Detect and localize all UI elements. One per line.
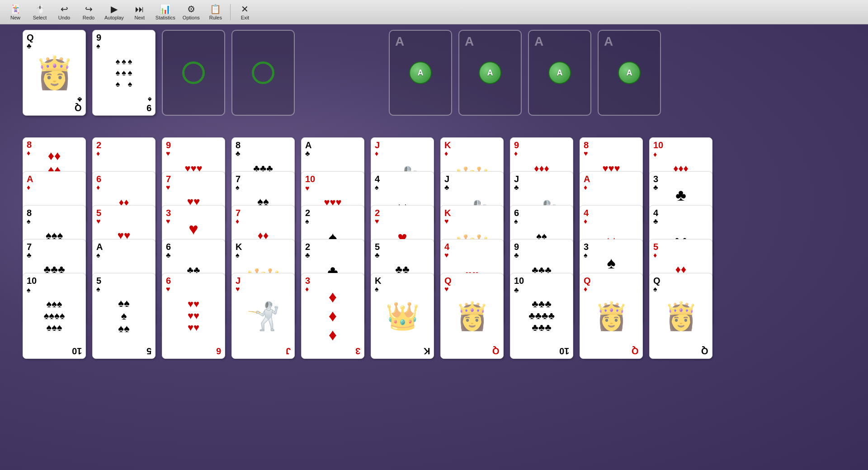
redo-icon: ↪ — [85, 4, 93, 14]
new-icon: 🃏 — [10, 4, 21, 14]
foundation-4[interactable]: A A — [598, 30, 661, 116]
col7-card5[interactable]: Q ♥ Q 👸 — [440, 273, 504, 359]
col3-card5[interactable]: 6 ♥ 6 ♥♥♥♥♥♥ — [162, 273, 225, 359]
options-icon: ⚙ — [187, 4, 195, 14]
col1-card5[interactable]: 10 ♠ 10 ♠♠♠♠♠♠♠♠♠♠ — [23, 273, 86, 359]
col2-card5[interactable]: 5 ♠ 5 ♠♠♠♠♠ — [92, 273, 156, 359]
next-button[interactable]: ⏭ Next — [128, 2, 151, 23]
game-area: Q ♣ 👸 Q ♣ 9 ♠ 9 ♠ ♠♠♠ ♠♠♠ ♠♠♠ — [0, 24, 868, 470]
col5-card5[interactable]: 3 ♦ 3 ♦♦♦ — [301, 273, 364, 359]
foundation-1-ace: A — [409, 61, 432, 84]
select-icon: 🖱️ — [34, 4, 46, 14]
stock-face-art: 👸 — [35, 54, 74, 91]
foundation-2-ace: A — [479, 61, 501, 84]
col4-card5[interactable]: J ♥ J 🤺 — [231, 273, 295, 359]
foundation-3-ace: A — [548, 61, 571, 84]
options-button[interactable]: ⚙ Options — [179, 2, 203, 23]
toolbar-separator — [230, 4, 231, 20]
empty-slot-2[interactable] — [231, 30, 295, 116]
stock-rank: Q — [27, 33, 34, 43]
empty-slot-1[interactable] — [162, 30, 225, 116]
rules-button[interactable]: 📋 Rules — [204, 2, 227, 23]
statistics-icon: 📊 — [160, 4, 171, 14]
col10-card5[interactable]: Q ♠ Q 👸 — [649, 273, 712, 359]
statistics-button[interactable]: 📊 Statistics — [152, 2, 179, 23]
col9-card5[interactable]: Q ♦ Q 👸 — [580, 273, 643, 359]
stock-suit: ♣ — [27, 42, 32, 50]
exit-button[interactable]: ✕ Exit — [233, 2, 257, 23]
autoplay-icon: ▶ — [111, 4, 118, 14]
waste-suit: ♠ — [96, 42, 100, 50]
col8-card5[interactable]: 10 ♣ 10 ♣♣♣♣♣♣♣♣♣♣ — [510, 273, 573, 359]
exit-icon: ✕ — [241, 4, 249, 14]
waste-rank: 9 — [96, 33, 101, 43]
empty-ring-1 — [182, 61, 205, 84]
toolbar: 🃏 New 🖱️ Select ↩ Undo ↪ Redo ▶ Autoplay… — [0, 0, 868, 24]
waste-card[interactable]: 9 ♠ 9 ♠ ♠♠♠ ♠♠♠ ♠♠♠ — [92, 30, 156, 116]
col6-card5[interactable]: K ♠ K 👑 — [371, 273, 434, 359]
foundation-1[interactable]: A A — [389, 30, 452, 116]
redo-button[interactable]: ↪ Redo — [77, 2, 100, 23]
rules-icon: 📋 — [210, 4, 221, 14]
new-button[interactable]: 🃏 New — [4, 2, 27, 23]
stock-rank-bot: Q — [75, 103, 82, 113]
foundation-3[interactable]: A A — [528, 30, 591, 116]
undo-button[interactable]: ↩ Undo — [52, 2, 76, 23]
empty-ring-2 — [252, 61, 274, 84]
autoplay-button[interactable]: ▶ Autoplay — [101, 2, 127, 23]
foundation-4-ace: A — [618, 61, 641, 84]
stock-suit-bot: ♣ — [77, 95, 82, 103]
foundation-2[interactable]: A A — [458, 30, 522, 116]
next-icon: ⏭ — [135, 4, 144, 14]
select-button[interactable]: 🖱️ Select — [28, 2, 52, 23]
undo-icon: ↩ — [61, 4, 68, 14]
stock-card[interactable]: Q ♣ 👸 Q ♣ — [23, 30, 86, 116]
